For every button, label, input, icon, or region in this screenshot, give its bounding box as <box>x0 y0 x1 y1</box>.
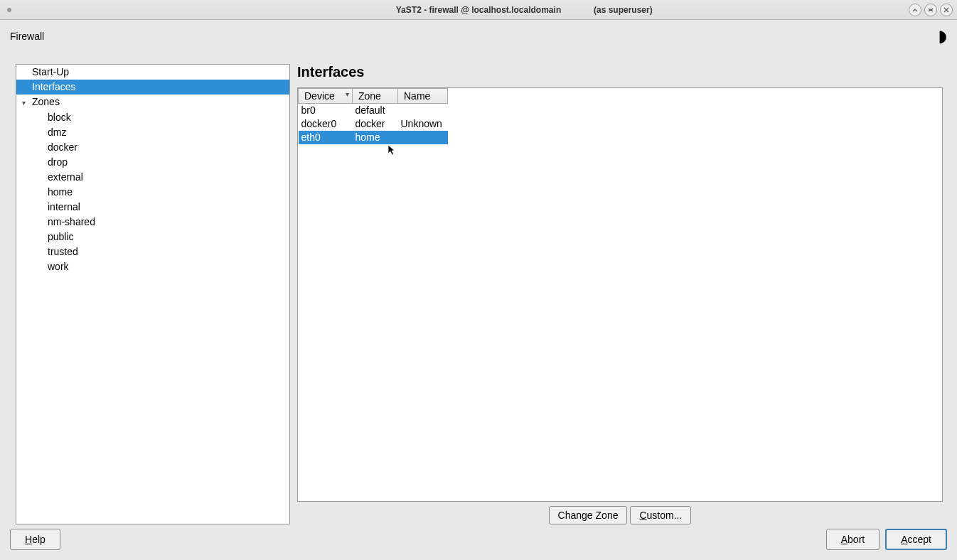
tree-item-dmz[interactable]: dmz <box>16 125 289 140</box>
window-menu-dot[interactable] <box>7 8 11 12</box>
close-button[interactable] <box>940 4 953 16</box>
tree-item-docker[interactable]: docker <box>16 140 289 155</box>
tree-item-external[interactable]: external <box>16 170 289 185</box>
tree-item-zones[interactable]: ▾Zones <box>16 95 289 110</box>
tree-item-nm-shared[interactable]: nm-shared <box>16 215 289 230</box>
tree-item-drop[interactable]: drop <box>16 155 289 170</box>
expand-icon[interactable]: ▾ <box>22 96 31 109</box>
table-row[interactable]: br0default <box>299 104 448 118</box>
tree-item-home[interactable]: home <box>16 185 289 200</box>
change-zone-button[interactable]: Change Zone <box>549 506 628 524</box>
interfaces-table[interactable]: Device Zone Name br0defaultdocker0docker… <box>298 88 448 144</box>
titlebar: YaST2 - firewall @ localhost.localdomain… <box>0 0 957 20</box>
minimize-button[interactable] <box>909 4 921 16</box>
cell-device: eth0 <box>299 131 353 144</box>
custom-button[interactable]: Custom... <box>630 506 691 524</box>
cell-name: Unknown <box>398 117 448 131</box>
abort-button[interactable]: Abort <box>826 529 880 550</box>
window-title: YaST2 - firewall @ localhost.localdomain <box>396 5 561 15</box>
cell-zone: docker <box>353 117 398 131</box>
tree-item-block[interactable]: block <box>16 110 289 125</box>
cell-zone: home <box>353 131 398 144</box>
col-device[interactable]: Device <box>299 89 353 104</box>
tree-item-label: Interfaces <box>32 81 75 92</box>
tree-item-label: Zones <box>32 96 60 107</box>
cell-device: docker0 <box>299 117 353 131</box>
tree-item-trusted[interactable]: trusted <box>16 244 289 259</box>
cell-name <box>398 104 448 118</box>
menubar: Firewall ◗ <box>0 20 957 53</box>
maximize-button[interactable] <box>924 4 937 16</box>
tree-item-work[interactable]: work <box>16 259 289 274</box>
tree-item-internal[interactable]: internal <box>16 200 289 215</box>
tree-item-public[interactable]: public <box>16 230 289 244</box>
cell-device: br0 <box>299 104 353 118</box>
table-row[interactable]: eth0home <box>299 131 448 144</box>
col-zone[interactable]: Zone <box>353 89 398 104</box>
col-name[interactable]: Name <box>398 89 448 104</box>
table-row[interactable]: docker0dockerUnknown <box>299 117 448 131</box>
accept-button[interactable]: Accept <box>885 529 947 550</box>
tree-item-label: Start-Up <box>32 66 69 77</box>
tree-item-start-up[interactable]: Start-Up <box>16 65 289 80</box>
cell-zone: default <box>353 104 398 118</box>
cell-name <box>398 131 448 144</box>
window-title-extra: (as superuser) <box>594 5 653 15</box>
tree-item-interfaces[interactable]: Interfaces <box>16 80 289 95</box>
sidebar[interactable]: Start-UpInterfaces▾Zonesblockdmzdockerdr… <box>16 64 290 524</box>
help-button[interactable]: Help <box>10 529 60 550</box>
theme-toggle-icon[interactable]: ◗ <box>939 27 947 45</box>
module-title: Firewall <box>10 31 44 42</box>
interfaces-table-wrap[interactable]: Device Zone Name br0defaultdocker0docker… <box>297 87 943 502</box>
main-heading: Interfaces <box>297 64 943 80</box>
